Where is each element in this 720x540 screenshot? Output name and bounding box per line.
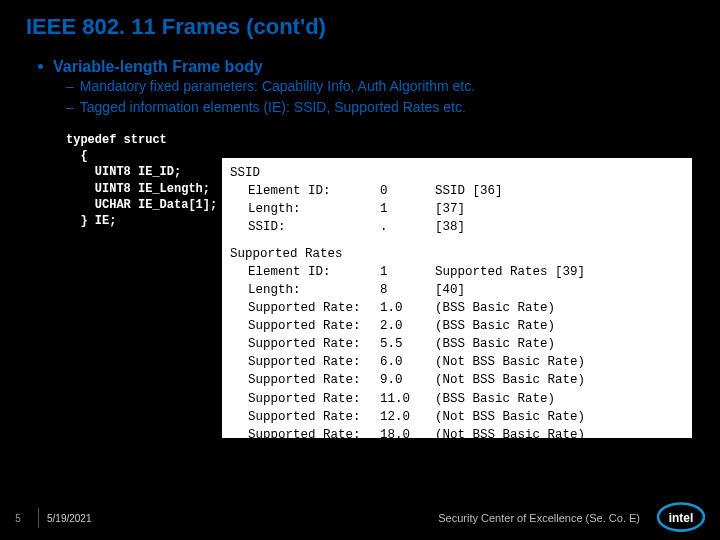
ie-key: Supported Rate: [230, 335, 380, 353]
slide-number: 5 [0, 513, 30, 524]
svg-text:intel: intel [669, 511, 693, 525]
dash-icon: – [66, 78, 74, 94]
ie-row: Supported Rate:1.0(BSS Basic Rate) [230, 299, 684, 317]
ie-value: 1.0 [380, 299, 435, 317]
ie-row: Element ID:0SSID [36] [230, 182, 684, 200]
ie-value: 12.0 [380, 408, 435, 426]
ie-key: Supported Rate: [230, 426, 380, 444]
rates-rows: Element ID:1Supported Rates [39]Length:8… [230, 263, 684, 444]
dash-icon: – [66, 99, 74, 115]
ie-key: Supported Rate: [230, 317, 380, 335]
ie-row: Supported Rate:6.0(Not BSS Basic Rate) [230, 353, 684, 371]
ie-note: [40] [435, 281, 684, 299]
ie-note: [38] [435, 218, 684, 236]
ie-key: Supported Rate: [230, 408, 380, 426]
ie-value: 2.0 [380, 317, 435, 335]
ie-value: 1 [380, 263, 435, 281]
ie-row: Length:8[40] [230, 281, 684, 299]
footer: 5 5/19/2021 Security Center of Excellenc… [0, 496, 720, 540]
ssid-section-label: SSID [230, 164, 684, 182]
ie-key: Supported Rate: [230, 371, 380, 389]
ie-note: (Not BSS Basic Rate) [435, 353, 684, 371]
ie-row: SSID:.[38] [230, 218, 684, 236]
ie-value: 6.0 [380, 353, 435, 371]
rates-section-label: Supported Rates [230, 245, 684, 263]
ie-note: (Not BSS Basic Rate) [435, 371, 684, 389]
ie-note: [37] [435, 200, 684, 218]
ie-note: (BSS Basic Rate) [435, 299, 684, 317]
ssid-rows: Element ID:0SSID [36]Length:1[37]SSID:.[… [230, 182, 684, 236]
bullet-heading: Variable-length Frame body [53, 58, 263, 76]
ie-note: SSID [36] [435, 182, 684, 200]
ie-value: 11.0 [380, 390, 435, 408]
slide-date: 5/19/2021 [47, 513, 92, 524]
ie-key: Supported Rate: [230, 353, 380, 371]
footer-org: Security Center of Excellence (Se. Co. E… [438, 512, 640, 524]
ie-key: Length: [230, 200, 380, 218]
ie-value: 8 [380, 281, 435, 299]
ie-note: (BSS Basic Rate) [435, 317, 684, 335]
ie-value: 5.5 [380, 335, 435, 353]
ie-key: Length: [230, 281, 380, 299]
ie-key: Supported Rate: [230, 390, 380, 408]
ie-key: Element ID: [230, 182, 380, 200]
slide-title: IEEE 802. 11 Frames (cont'd) [0, 0, 720, 40]
ie-panel: SSID Element ID:0SSID [36]Length:1[37]SS… [222, 158, 692, 438]
ie-row: Supported Rate:5.5(BSS Basic Rate) [230, 335, 684, 353]
ie-note: (BSS Basic Rate) [435, 390, 684, 408]
ie-value: 18.0 [380, 426, 435, 444]
bullet-main: Variable-length Frame body [38, 58, 720, 76]
ie-note: (Not BSS Basic Rate) [435, 408, 684, 426]
ie-row: Supported Rate:18.0(Not BSS Basic Rate) [230, 426, 684, 444]
sub1-text: Mandatory fixed parameters: Capability I… [80, 78, 475, 94]
ie-row: Supported Rate:9.0(Not BSS Basic Rate) [230, 371, 684, 389]
sub-bullet-1: –Mandatory fixed parameters: Capability … [38, 76, 720, 97]
ie-row: Supported Rate:12.0(Not BSS Basic Rate) [230, 408, 684, 426]
footer-divider [38, 508, 39, 528]
ie-key: Element ID: [230, 263, 380, 281]
ie-value: 1 [380, 200, 435, 218]
sub-bullet-2: –Tagged information elements (IE): SSID,… [38, 97, 720, 118]
ie-value: 0 [380, 182, 435, 200]
ie-key: Supported Rate: [230, 299, 380, 317]
ie-row: Supported Rate:2.0(BSS Basic Rate) [230, 317, 684, 335]
bullet-dot-icon [38, 64, 43, 69]
ie-row: Length:1[37] [230, 200, 684, 218]
ie-note: (Not BSS Basic Rate) [435, 426, 684, 444]
ie-row: Element ID:1Supported Rates [39] [230, 263, 684, 281]
ie-key: SSID: [230, 218, 380, 236]
ie-note: (BSS Basic Rate) [435, 335, 684, 353]
ie-value: . [380, 218, 435, 236]
ie-row: Supported Rate:11.0(BSS Basic Rate) [230, 390, 684, 408]
sub2-text: Tagged information elements (IE): SSID, … [80, 99, 466, 115]
ie-value: 9.0 [380, 371, 435, 389]
ie-note: Supported Rates [39] [435, 263, 684, 281]
intel-logo-icon: intel [654, 500, 708, 534]
